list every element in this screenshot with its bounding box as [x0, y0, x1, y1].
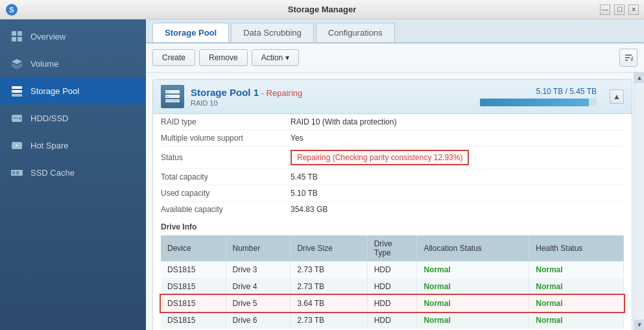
svg-text:+: +	[16, 143, 19, 148]
cell-drive-type: HDD	[367, 295, 417, 312]
pool-usage: 5.10 TB / 5.45 TB	[480, 87, 597, 106]
sort-button[interactable]	[619, 49, 638, 67]
window-controls[interactable]: — ☐ ✕	[600, 5, 639, 15]
app-logo: S	[5, 3, 18, 16]
table-header-row: Device Number Drive Size DriveType Alloc…	[161, 235, 624, 261]
pool-usage-bar-bg	[480, 99, 597, 106]
table-row: DS1815Drive 62.73 TBHDDNormalNormal	[161, 312, 624, 329]
action-button[interactable]: Action ▾	[252, 49, 299, 66]
pool-name-row: Storage Pool 1 - Repairing	[191, 87, 473, 98]
sidebar-item-hot-spare[interactable]: + Hot Spare	[0, 132, 146, 159]
sidebar-item-hdd-ssd[interactable]: HDD/SSD	[0, 104, 146, 132]
cell-number: Drive 3	[226, 261, 291, 278]
col-device: Device	[161, 235, 226, 261]
svg-rect-5	[18, 37, 22, 41]
cell-drive-type: HDD	[367, 261, 417, 278]
collapse-button[interactable]: ▲	[610, 89, 624, 104]
minimize-button[interactable]: —	[600, 5, 610, 15]
sidebar: Overview Volume Storage Pool	[0, 19, 146, 330]
sort-icon	[624, 53, 633, 62]
svg-marker-6	[12, 59, 22, 64]
detail-row-total-cap: Total capacity 5.45 TB	[161, 169, 624, 185]
window-title: Storage Manager	[288, 5, 356, 14]
close-button[interactable]: ✕	[628, 5, 639, 15]
tab-bar: Storage Pool Data Scrubbing Configuratio…	[146, 19, 644, 43]
raid-type-label: RAID type	[161, 117, 291, 126]
used-cap-label: Used capacity	[161, 189, 291, 198]
sidebar-ssd-cache-label: SSD Cache	[30, 168, 75, 178]
tab-configurations[interactable]: Configurations	[316, 23, 395, 42]
cell-number: Drive 5	[226, 295, 291, 312]
cell-drive-size: 3.64 TB	[291, 295, 368, 312]
cell-alloc: Normal	[417, 312, 529, 329]
drive-info-table: Device Number Drive Size DriveType Alloc…	[161, 235, 624, 329]
cell-drive-size: 2.73 TB	[291, 312, 368, 329]
cell-drive-size: 2.73 TB	[291, 261, 368, 278]
cell-device: DS1815	[161, 312, 226, 329]
svg-point-13	[19, 117, 21, 120]
detail-row-multi-vol: Multiple volume support Yes	[161, 130, 624, 147]
table-row: DS1815Drive 42.73 TBHDDNormalNormal	[161, 278, 624, 295]
remove-button[interactable]: Remove	[199, 49, 248, 66]
svg-rect-10	[12, 90, 22, 93]
svg-rect-19	[16, 171, 19, 174]
svg-rect-2	[12, 31, 16, 36]
cell-number: Drive 4	[226, 278, 291, 295]
scroll-down-button[interactable]: ▼	[634, 320, 644, 330]
svg-rect-26	[165, 99, 180, 102]
cell-health: Normal	[529, 261, 624, 278]
sidebar-item-overview[interactable]: Overview	[0, 23, 146, 50]
pool-raid-type: RAID 10	[191, 99, 473, 107]
sidebar-item-ssd-cache[interactable]: SSD Cache	[0, 159, 146, 186]
svg-rect-3	[18, 31, 22, 36]
detail-row-status: Status Repairing (Checking parity consis…	[161, 147, 624, 169]
cell-alloc: Normal	[417, 295, 529, 312]
cell-drive-type: HDD	[367, 312, 417, 329]
pool-name: Storage Pool 1	[191, 87, 259, 98]
cell-health: Normal	[529, 312, 624, 329]
titlebar: S Storage Manager — ☐ ✕	[0, 0, 644, 19]
cell-health: Normal	[529, 278, 624, 295]
pool-container: Storage Pool 1 - Repairing RAID 10 5.10 …	[146, 73, 644, 330]
hotspare-icon: +	[10, 138, 24, 152]
grid-icon	[10, 29, 24, 43]
sidebar-hdd-label: HDD/SSD	[30, 113, 69, 123]
svg-rect-14	[13, 117, 18, 119]
table-row: DS1815Drive 53.64 TBHDDNormalNormal	[161, 295, 624, 312]
scroll-up-button[interactable]: ▲	[634, 73, 644, 83]
total-cap-value: 5.45 TB	[291, 172, 318, 182]
status-value: Repairing (Checking parity consistency 1…	[291, 150, 469, 165]
detail-row-avail-cap: Available capacity 354.83 GB	[161, 202, 624, 217]
restore-button[interactable]: ☐	[614, 5, 625, 15]
svg-text:S: S	[9, 6, 14, 14]
pool-icon	[161, 85, 184, 108]
used-cap-value: 5.10 TB	[291, 189, 318, 198]
tab-data-scrubbing[interactable]: Data Scrubbing	[231, 23, 314, 42]
cell-device: DS1815	[161, 278, 226, 295]
pool-title-group: Storage Pool 1 - Repairing RAID 10	[191, 87, 473, 107]
svg-rect-18	[12, 171, 15, 174]
sidebar-hotspare-label: Hot Spare	[30, 141, 69, 150]
create-button[interactable]: Create	[152, 49, 195, 66]
layers-icon	[10, 56, 24, 71]
sidebar-item-volume[interactable]: Volume	[0, 50, 146, 77]
detail-row-used-cap: Used capacity 5.10 TB	[161, 185, 624, 202]
pool-header: Storage Pool 1 - Repairing RAID 10 5.10 …	[153, 80, 632, 114]
action-dropdown-icon: ▾	[285, 53, 289, 62]
pool-usage-bar-fill	[480, 99, 589, 106]
table-row: DS1815Drive 32.73 TBHDDNormalNormal	[161, 261, 624, 278]
avail-cap-label: Available capacity	[161, 205, 291, 214]
svg-rect-4	[12, 37, 16, 41]
pool-status-label: - Repairing	[261, 88, 303, 98]
status-label: Status	[161, 153, 291, 162]
hdd-icon	[10, 111, 24, 125]
svg-rect-28	[167, 96, 169, 97]
pool-usage-text: 5.10 TB / 5.45 TB	[480, 87, 597, 96]
tab-storage-pool[interactable]: Storage Pool	[152, 23, 229, 42]
scrollbar[interactable]: ▲ ▼	[634, 73, 644, 330]
sidebar-item-storage-pool[interactable]: Storage Pool	[0, 77, 146, 104]
cell-drive-size: 2.73 TB	[291, 278, 368, 295]
svg-rect-9	[12, 86, 22, 89]
cell-drive-type: HDD	[367, 278, 417, 295]
pool-card: Storage Pool 1 - Repairing RAID 10 5.10 …	[152, 79, 632, 330]
